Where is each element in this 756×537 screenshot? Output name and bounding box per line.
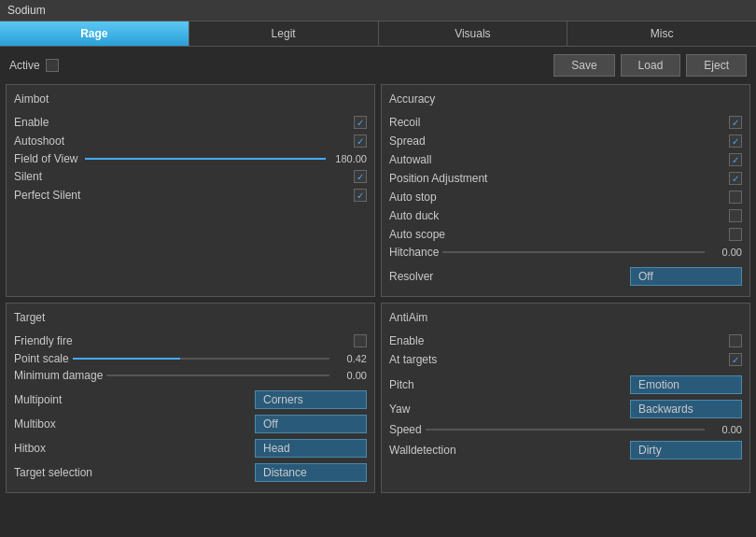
aimbot-autoshoot-label: Autoshoot <box>14 134 64 148</box>
accuracy-auto-scope-label: Auto scope <box>389 228 445 241</box>
aimbot-silent-checkbox[interactable] <box>354 170 367 183</box>
antiaim-walldetection-label: Walldetection <box>389 444 456 457</box>
antiaim-yaw-label: Yaw <box>389 403 410 416</box>
target-multibox-label: Multibox <box>14 417 56 431</box>
target-hitbox-dropdown[interactable]: Head <box>255 439 367 458</box>
antiaim-walldetection-dropdown[interactable]: Dirty <box>630 441 742 459</box>
aimbot-enable-checkbox[interactable] <box>354 116 367 129</box>
save-button[interactable]: Save <box>553 54 614 77</box>
target-friendly-fire-label: Friendly fire <box>14 334 73 347</box>
antiaim-enable-checkbox[interactable] <box>729 334 742 347</box>
target-min-damage-label: Minimum damage <box>14 369 103 382</box>
target-multibox-dropdown[interactable]: Off <box>255 415 367 433</box>
antiaim-title: AntiAim <box>389 311 742 324</box>
aimbot-fov-value: 180.00 <box>333 153 367 164</box>
accuracy-auto-duck-checkbox[interactable] <box>729 209 742 222</box>
accuracy-autowall-checkbox[interactable] <box>729 153 742 166</box>
tab-misc[interactable]: Misc <box>567 21 756 46</box>
accuracy-recoil-checkbox[interactable] <box>729 116 742 129</box>
accuracy-panel: Accuracy Recoil Spread Autowall Position… <box>381 84 750 297</box>
aimbot-autoshoot-checkbox[interactable] <box>354 134 367 148</box>
target-selection-dropdown[interactable]: Distance <box>255 463 367 482</box>
antiaim-speed-label: Speed <box>389 423 422 436</box>
target-multipoint-dropdown[interactable]: Corners <box>255 390 367 409</box>
antiaim-yaw-dropdown[interactable]: Backwards <box>630 400 742 418</box>
accuracy-hitchance-value: 0.00 <box>708 247 742 258</box>
target-friendly-fire-checkbox[interactable] <box>354 334 367 347</box>
accuracy-spread-checkbox[interactable] <box>729 134 742 148</box>
antiaim-at-targets-checkbox[interactable] <box>729 353 742 366</box>
aimbot-perfect-silent-label: Perfect Silent <box>14 189 80 202</box>
accuracy-auto-stop-checkbox[interactable] <box>729 191 742 204</box>
aimbot-perfect-silent-checkbox[interactable] <box>354 189 367 202</box>
active-label: Active <box>9 59 40 72</box>
accuracy-title: Accuracy <box>389 92 742 106</box>
target-min-damage-value: 0.00 <box>333 370 367 381</box>
accuracy-pos-adj-label: Position Adjustment <box>389 172 487 185</box>
antiaim-enable-label: Enable <box>389 334 424 347</box>
target-point-scale-value: 0.42 <box>333 353 367 364</box>
eject-button[interactable]: Eject <box>686 54 747 77</box>
target-title: Target <box>14 311 367 324</box>
aimbot-silent-label: Silent <box>14 170 42 183</box>
accuracy-resolver-label: Resolver <box>389 270 433 283</box>
tab-visuals[interactable]: Visuals <box>379 21 568 46</box>
antiaim-panel: AntiAim Enable At targets Pitch Emotion … <box>381 303 750 493</box>
titlebar: Sodium <box>0 0 756 21</box>
target-point-scale-label: Point scale <box>14 352 69 365</box>
target-selection-label: Target selection <box>14 466 92 479</box>
target-panel: Target Friendly fire Point scale 0.42 Mi… <box>6 303 375 493</box>
accuracy-hitchance-label: Hitchance <box>389 246 439 259</box>
antiaim-pitch-label: Pitch <box>389 378 414 391</box>
accuracy-resolver-dropdown[interactable]: Off <box>630 267 742 286</box>
tabs-bar: Rage Legit Visuals Misc <box>0 21 756 47</box>
aimbot-enable-label: Enable <box>14 116 49 129</box>
aimbot-title: Aimbot <box>14 92 367 106</box>
antiaim-at-targets-label: At targets <box>389 353 437 366</box>
target-hitbox-label: Hitbox <box>14 442 46 455</box>
target-multipoint-label: Multipoint <box>14 393 62 406</box>
antiaim-speed-value: 0.00 <box>708 424 742 435</box>
accuracy-auto-stop-label: Auto stop <box>389 191 437 204</box>
accuracy-pos-adj-checkbox[interactable] <box>729 172 742 185</box>
accuracy-recoil-label: Recoil <box>389 116 420 129</box>
aimbot-fov-label: Field of View <box>14 152 77 165</box>
antiaim-pitch-dropdown[interactable]: Emotion <box>630 375 742 394</box>
accuracy-autowall-label: Autowall <box>389 153 431 166</box>
aimbot-panel: Aimbot Enable Autoshoot Field of View 18… <box>6 84 375 297</box>
accuracy-spread-label: Spread <box>389 134 426 148</box>
load-button[interactable]: Load <box>621 54 681 77</box>
tab-rage[interactable]: Rage <box>0 21 189 46</box>
tab-legit[interactable]: Legit <box>189 21 379 46</box>
active-checkbox[interactable] <box>46 59 59 72</box>
accuracy-auto-scope-checkbox[interactable] <box>729 228 742 241</box>
accuracy-auto-duck-label: Auto duck <box>389 209 439 222</box>
